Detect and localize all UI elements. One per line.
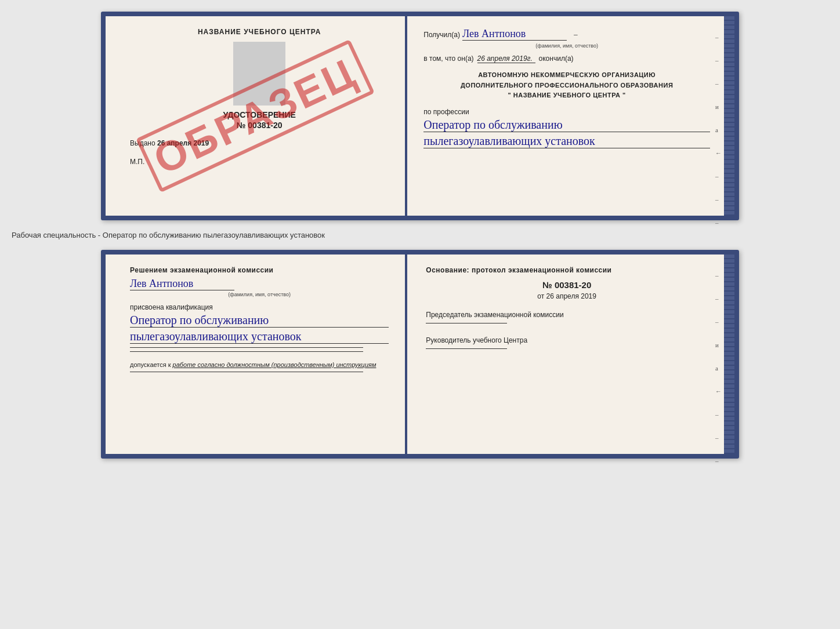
ot-date-value: 26 апреля 2019 [546,292,596,300]
cert-right-panel: Получил(а) Лев Антпонов – (фамилия, имя,… [407,16,734,216]
dopusk-prefix: допускается к [130,361,171,368]
poluchil-label: Получил(а) [423,31,460,39]
blank-line-1 [130,347,363,348]
kvalif-line2: пылегазоулавливающих установок [130,330,389,344]
org-block: АВТОНОМНУЮ НЕКОММЕРЧЕСКУЮ ОРГАНИЗАЦИЮ ДО… [423,70,710,101]
prisvoyena-label: присвоена квалификация [130,303,389,311]
okончил-label: окончил(а) [539,54,574,63]
cert-right-inner: Получил(а) Лев Антпонов – (фамилия, имя,… [423,28,710,148]
bottom-right-panel: Основание: протокол экзаменационной коми… [407,254,734,454]
po-professii-label: по профессии [423,108,710,116]
recipient-name-top: Лев Антпонов [462,28,567,41]
profession-line2-top: пылегазоулавливающих установок [423,134,710,148]
osnovanye-title: Основание: протокол экзаменационной коми… [426,266,708,274]
udost-label: УДОСТОВЕРЕНИЕ [130,110,389,119]
mp-label: М.П. [130,158,389,166]
org-line2: ДОПОЛНИТЕЛЬНОГО ПРОФЕССИОНАЛЬНОГО ОБРАЗО… [423,81,710,91]
ot-date-line: от 26 апреля 2019 [426,292,708,300]
right-dashes: – – – и а ← – – – [715,34,722,226]
resheniem-title: Решением экзаменационной комиссии [130,266,389,274]
org-line1: АВТОНОМНУЮ НЕКОММЕРЧЕСКУЮ ОРГАНИЗАЦИЮ [423,70,710,81]
blank-line-2 [130,351,363,352]
spine-right-decoration [724,16,734,216]
vydano-date: 26 апреля 2019 [157,139,209,147]
vydano-prefix: Выдано [130,139,155,147]
fio-subtitle-top: (фамилия, имя, отчество) [423,43,710,49]
bottom-right-inner: Основание: протокол экзаменационной коми… [426,266,708,349]
document-container: НАЗВАНИЕ УЧЕБНОГО ЦЕНТРА УДОСТОВЕРЕНИЕ №… [12,12,828,459]
dopusk-text: работе согласно должностным (производств… [173,361,376,368]
v-tom-row: в том, что он(а) 26 апреля 2019г. окончи… [423,54,710,63]
rukovoditel-label: Руководитель учебного Центра [426,335,708,346]
ot-prefix: от [537,292,544,300]
fio-subtitle-bottom: (фамилия, имя, отчество) [130,292,389,297]
учебный-центр-title: НАЗВАНИЕ УЧЕБНОГО ЦЕНТРА [130,28,389,36]
dopuskaetsya-block: допускается к работе согласно должностны… [130,361,389,368]
udost-number: № 00381-20 [130,121,389,130]
recipient-name-bottom: Лев Антпонов [130,278,234,290]
top-certificate: НАЗВАНИЕ УЧЕБНОГО ЦЕНТРА УДОСТОВЕРЕНИЕ №… [101,12,739,220]
cert-left-panel: НАЗВАНИЕ УЧЕБНОГО ЦЕНТРА УДОСТОВЕРЕНИЕ №… [106,16,407,216]
v-tom-prefix: в том, что он(а) [423,54,473,63]
bottom-left-panel: Решением экзаменационной комиссии Лев Ан… [106,254,407,454]
poluchil-row: Получил(а) Лев Антпонов – [423,28,710,41]
separator-text: Рабочая специальность - Оператор по обсл… [12,227,650,243]
vydano-line: Выдано 26 апреля 2019 [130,139,389,147]
profession-line1-top: Оператор по обслуживанию [423,118,710,132]
photo-placeholder [233,42,285,106]
protocol-number: № 00381-20 [426,280,708,290]
completion-date: 26 апреля 2019г. [477,54,535,63]
predsedatel-signature-line [426,323,507,323]
bottom-certificate: Решением экзаменационной комиссии Лев Ан… [101,250,739,459]
spine-right-bottom [724,254,734,454]
blank-line-3 [130,372,363,372]
org-line3: " НАЗВАНИЕ УЧЕБНОГО ЦЕНТРА " [423,90,710,101]
predsedatel-block: Председатель экзаменационной комиссии [426,310,708,323]
predsedatel-label: Председатель экзаменационной комиссии [426,310,708,321]
kvalif-line1: Оператор по обслуживанию [130,314,389,328]
cert-left-inner: НАЗВАНИЕ УЧЕБНОГО ЦЕНТРА УДОСТОВЕРЕНИЕ №… [130,28,389,166]
rukovoditel-block: Руководитель учебного Центра [426,335,708,349]
bottom-left-inner: Решением экзаменационной комиссии Лев Ан… [130,266,389,372]
rukovoditel-signature-line [426,348,507,349]
dash-after-name: – [574,31,578,39]
right-dashes-bottom: – – – и а ← – – – [715,272,722,464]
